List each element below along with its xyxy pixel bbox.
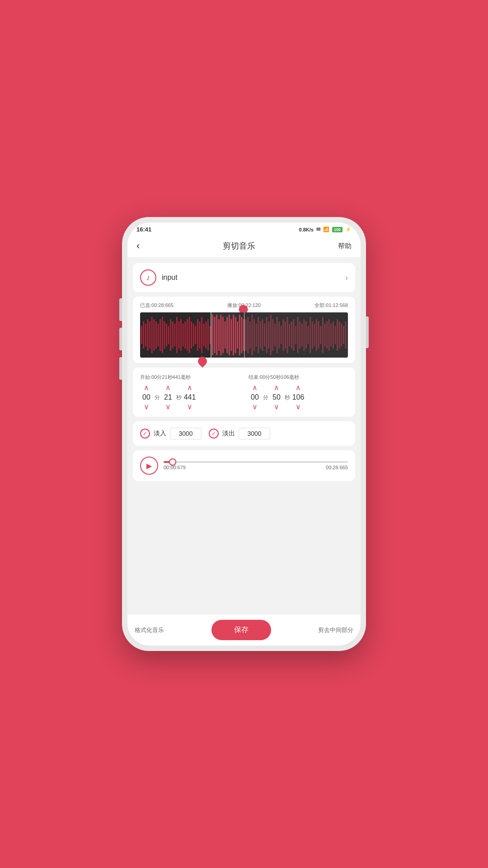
svg-rect-80 bbox=[299, 321, 300, 349]
player-slider-container[interactable] bbox=[164, 461, 348, 463]
svg-rect-34 bbox=[207, 319, 209, 351]
svg-rect-70 bbox=[278, 321, 280, 349]
svg-rect-25 bbox=[189, 317, 190, 353]
cut-middle-button[interactable]: 剪去中间部分 bbox=[318, 626, 353, 634]
svg-rect-67 bbox=[272, 319, 274, 351]
time-controls-card: 开始:00分21秒441毫秒 ∧ 00 ∨ 分 ∧ 21 ∨ bbox=[133, 368, 355, 417]
svg-rect-5 bbox=[147, 319, 149, 351]
svg-rect-71 bbox=[281, 326, 282, 344]
svg-rect-31 bbox=[201, 317, 202, 353]
svg-rect-73 bbox=[285, 321, 286, 349]
start-min-field: ∧ 00 ∨ bbox=[140, 384, 153, 410]
svg-rect-33 bbox=[205, 321, 206, 349]
save-button[interactable]: 保存 bbox=[211, 620, 271, 640]
fade-out-input[interactable] bbox=[239, 428, 270, 439]
play-button[interactable]: ▶ bbox=[140, 457, 158, 475]
end-ms-up[interactable]: ∧ bbox=[296, 384, 301, 392]
svg-rect-91 bbox=[322, 317, 324, 353]
svg-rect-49 bbox=[237, 321, 238, 349]
svg-rect-37 bbox=[212, 315, 213, 355]
player-track bbox=[164, 461, 348, 463]
svg-rect-90 bbox=[320, 326, 321, 344]
svg-rect-15 bbox=[168, 326, 169, 344]
start-time-fields: ∧ 00 ∨ 分 ∧ 21 ∨ 秒 bbox=[140, 384, 239, 410]
svg-rect-6 bbox=[149, 321, 150, 349]
svg-rect-60 bbox=[258, 317, 259, 353]
end-sec-field: ∧ 50 ∨ bbox=[270, 384, 283, 410]
back-button[interactable]: ‹ bbox=[136, 240, 140, 252]
end-ms-down[interactable]: ∨ bbox=[296, 403, 301, 410]
svg-rect-2 bbox=[141, 326, 142, 344]
end-sec-up[interactable]: ∧ bbox=[274, 384, 279, 392]
player-total-time: 00:28:665 bbox=[326, 465, 348, 470]
start-min-up[interactable]: ∧ bbox=[144, 384, 149, 392]
svg-rect-72 bbox=[283, 319, 284, 351]
page-title: 剪切音乐 bbox=[223, 241, 255, 251]
svg-rect-65 bbox=[268, 321, 269, 349]
svg-rect-50 bbox=[239, 315, 240, 355]
svg-rect-30 bbox=[199, 321, 201, 349]
svg-rect-26 bbox=[191, 321, 192, 349]
start-sec-down[interactable]: ∨ bbox=[165, 403, 171, 410]
svg-rect-35 bbox=[210, 326, 211, 344]
fade-in-label: 淡入 bbox=[154, 429, 166, 438]
start-min-unit: 分 bbox=[155, 394, 160, 401]
file-selector-card[interactable]: ♪ input › bbox=[133, 263, 355, 292]
end-sec-down[interactable]: ∨ bbox=[274, 403, 279, 410]
fade-in-item: ✓ 淡入 bbox=[140, 428, 202, 439]
svg-rect-23 bbox=[184, 321, 186, 349]
svg-rect-19 bbox=[176, 317, 178, 353]
end-min-up[interactable]: ∧ bbox=[252, 384, 258, 392]
svg-rect-82 bbox=[304, 319, 305, 351]
svg-rect-12 bbox=[162, 317, 163, 353]
svg-rect-77 bbox=[293, 319, 295, 351]
message-icon: ✉ bbox=[316, 226, 320, 232]
svg-rect-7 bbox=[151, 317, 153, 353]
fade-in-check[interactable]: ✓ bbox=[140, 429, 150, 439]
header: ‹ 剪切音乐 帮助 bbox=[127, 236, 361, 258]
wifi-icon: 📶 bbox=[323, 226, 329, 232]
svg-rect-10 bbox=[158, 324, 159, 346]
file-info: ♪ input bbox=[140, 269, 178, 286]
svg-rect-95 bbox=[330, 324, 332, 346]
waveform-card: 已选:00:28:665 播放:00:22:120 全部:01:12:568 bbox=[133, 297, 355, 363]
svg-rect-20 bbox=[178, 321, 180, 349]
svg-rect-11 bbox=[160, 319, 161, 351]
svg-rect-14 bbox=[166, 324, 167, 346]
start-sec-val: 21 bbox=[162, 393, 174, 401]
svg-rect-8 bbox=[153, 319, 155, 351]
svg-rect-64 bbox=[266, 317, 267, 353]
end-time-fields: ∧ 00 ∨ 分 ∧ 50 ∨ 秒 bbox=[249, 384, 348, 410]
start-ms-down[interactable]: ∨ bbox=[187, 403, 192, 410]
svg-rect-16 bbox=[170, 319, 171, 351]
svg-rect-17 bbox=[172, 321, 174, 349]
start-sec-up[interactable]: ∧ bbox=[165, 384, 171, 392]
time-controls: 开始:00分21秒441毫秒 ∧ 00 ∨ 分 ∧ 21 ∨ bbox=[140, 374, 348, 410]
fade-out-label: 淡出 bbox=[222, 429, 235, 438]
start-min-down[interactable]: ∨ bbox=[144, 403, 149, 410]
format-music-button[interactable]: 格式化音乐 bbox=[135, 626, 164, 634]
svg-rect-47 bbox=[233, 315, 234, 355]
svg-rect-96 bbox=[333, 321, 334, 349]
svg-rect-75 bbox=[289, 324, 290, 346]
end-time-label: 结束:00分50秒106毫秒 bbox=[249, 374, 348, 381]
end-ms-val: 106 bbox=[292, 393, 305, 401]
svg-rect-99 bbox=[339, 321, 340, 349]
fade-controls: ✓ 淡入 ✓ 淡出 bbox=[140, 428, 348, 439]
svg-rect-102 bbox=[345, 321, 347, 349]
status-bar: 16:41 0.8K/s ✉ 📶 100 ⚡ bbox=[127, 222, 361, 236]
start-ms-up[interactable]: ∧ bbox=[187, 384, 192, 392]
waveform-container[interactable] bbox=[140, 312, 348, 358]
start-sec-unit: 秒 bbox=[176, 394, 182, 401]
svg-rect-39 bbox=[216, 315, 217, 355]
svg-rect-74 bbox=[287, 317, 288, 353]
charging-icon: ⚡ bbox=[345, 226, 352, 232]
fade-in-input[interactable] bbox=[170, 428, 202, 439]
help-button[interactable]: 帮助 bbox=[338, 242, 352, 250]
svg-rect-28 bbox=[195, 326, 196, 344]
player-thumb[interactable] bbox=[169, 458, 176, 466]
end-min-down[interactable]: ∨ bbox=[252, 403, 258, 410]
fade-out-check[interactable]: ✓ bbox=[209, 429, 219, 439]
svg-rect-18 bbox=[174, 324, 175, 346]
player-right: 00:00:679 00:28:665 bbox=[164, 461, 348, 470]
